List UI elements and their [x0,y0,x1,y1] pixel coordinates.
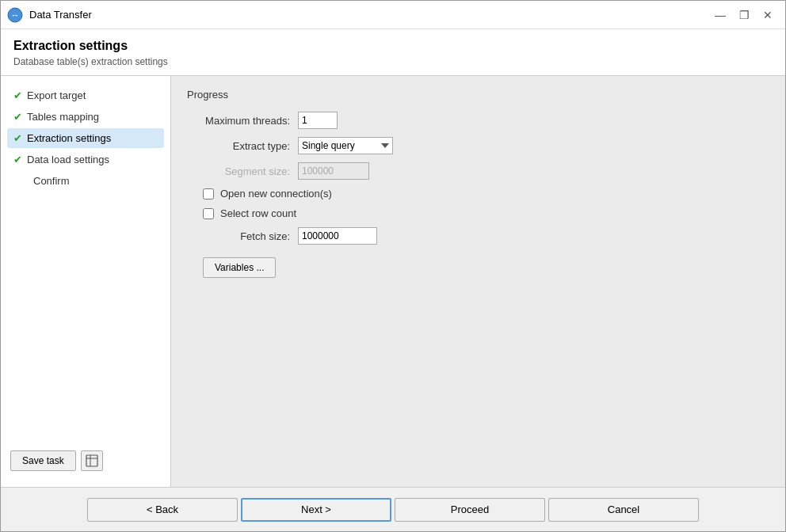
open-new-connection-row: Open new connection(s) [203,188,769,200]
variables-btn-row: Variables ... [187,253,769,278]
sidebar-label-export-target: Export target [27,89,86,101]
fetch-size-input[interactable] [298,227,377,245]
sidebar-item-extraction-settings[interactable]: ✔ Extraction settings [7,128,164,148]
back-button[interactable]: < Back [87,498,238,522]
sidebar: ✔ Export target ✔ Tables mapping ✔ Extra… [1,76,171,487]
sidebar-nav: ✔ Export target ✔ Tables mapping ✔ Extra… [7,86,164,191]
proceed-button[interactable]: Proceed [395,498,545,522]
footer: < Back Next > Proceed Cancel [1,487,785,531]
sidebar-label-confirm: Confirm [33,175,70,187]
sidebar-item-data-load-settings[interactable]: ✔ Data load settings [7,150,164,169]
section-title: Progress [187,89,769,101]
sidebar-item-export-target[interactable]: ✔ Export target [7,86,164,105]
segment-size-input [298,162,369,180]
window-title: Data Transfer [29,9,709,21]
maximum-threads-row: Maximum threads: [187,112,769,129]
check-icon-tables-mapping: ✔ [13,111,22,123]
minimize-button[interactable]: — [709,6,731,25]
cancel-button[interactable]: Cancel [548,498,699,522]
save-task-button[interactable]: Save task [10,450,76,471]
app-icon: ↔ [7,7,23,23]
close-button[interactable]: ✕ [757,6,779,25]
extract-type-label: Extract type: [187,140,290,152]
table-icon [86,454,98,467]
segment-size-label: Segment size: [187,165,290,177]
fetch-size-label: Fetch size: [187,230,290,242]
next-button[interactable]: Next > [241,498,391,522]
extract-type-select[interactable]: Single query Multiple queries [298,137,393,154]
check-icon-data-load-settings: ✔ [13,154,22,165]
icon-action-button[interactable] [81,450,103,471]
select-row-count-label[interactable]: Select row count [220,207,296,219]
window: ↔ Data Transfer — ❐ ✕ Extraction setting… [0,0,786,532]
fetch-size-row: Fetch size: [187,227,769,245]
window-controls: — ❐ ✕ [709,6,779,25]
select-row-count-row: Select row count [203,207,769,219]
page-title: Extraction settings [13,39,773,53]
sidebar-bottom: Save task [7,444,164,477]
extract-type-row: Extract type: Single query Multiple quer… [187,137,769,154]
open-new-connection-label[interactable]: Open new connection(s) [220,188,332,200]
maximum-threads-label: Maximum threads: [187,115,290,127]
variables-button[interactable]: Variables ... [203,257,276,278]
title-bar: ↔ Data Transfer — ❐ ✕ [1,1,785,29]
sidebar-label-tables-mapping: Tables mapping [27,111,99,123]
page-subtitle: Database table(s) extraction settings [13,56,773,67]
form-grid: Maximum threads: Extract type: Single qu… [187,112,769,278]
check-icon-export-target: ✔ [13,89,22,101]
sidebar-label-extraction-settings: Extraction settings [27,132,111,144]
page-header: Extraction settings Database table(s) ex… [1,29,785,76]
svg-rect-2 [86,455,97,466]
content-area: Progress Maximum threads: Extract type: … [171,76,785,487]
svg-text:↔: ↔ [11,10,20,20]
main-content: ✔ Export target ✔ Tables mapping ✔ Extra… [1,76,785,487]
select-row-count-checkbox[interactable] [203,208,214,219]
sidebar-item-confirm[interactable]: Confirm [7,171,164,191]
sidebar-label-data-load-settings: Data load settings [27,154,109,165]
maximize-button[interactable]: ❐ [733,6,755,25]
segment-size-row: Segment size: [187,162,769,180]
sidebar-item-tables-mapping[interactable]: ✔ Tables mapping [7,107,164,127]
open-new-connection-checkbox[interactable] [203,188,214,200]
maximum-threads-input[interactable] [298,112,338,129]
check-icon-extraction-settings: ✔ [13,132,22,144]
